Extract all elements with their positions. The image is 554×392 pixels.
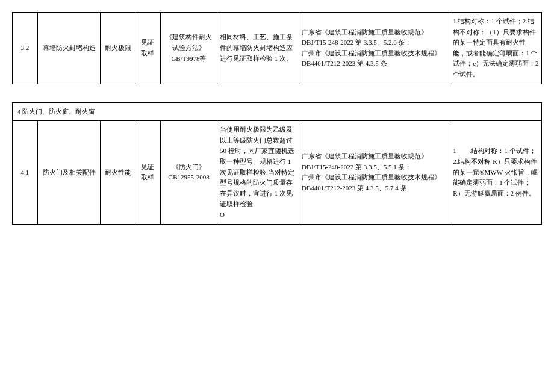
section-header-row: 4 防火门、防火窗、耐火窗 xyxy=(13,102,542,121)
cell-property: 耐火性能 xyxy=(101,121,135,224)
cell-note: 1 .结构对称：1 个试件； 2.结构不对称 R）只要求构件的某一窟®MWW 火… xyxy=(450,121,542,224)
cell-method: 见证取样 xyxy=(135,121,161,224)
cell-property: 耐火极限 xyxy=(101,13,135,84)
cell-standard: 《防火门》GB12955-2008 xyxy=(160,121,217,224)
table-row: 3.2 幕墙防火封堵构造 耐火极限 见证取样 《建筑构件耐火试验方法》GB/T9… xyxy=(13,13,542,84)
cell-method: 见证取样 xyxy=(135,13,161,84)
cell-note: 1.结构对称：1 个试件；2.结构不对称：（1）只要求构件的某一特定面具有耐火性… xyxy=(450,13,542,84)
specification-table-2: 4 防火门、防火窗、耐火窗 4.1 防火门及相关配件 耐火性能 见证取样 《防火… xyxy=(12,102,542,225)
cell-sampling-req: 当使用耐火极限为乙级及以上等级防火门总数超过50 樘时，同厂家宜随机选取一种型号… xyxy=(217,121,299,224)
table-row: 4.1 防火门及相关配件 耐火性能 见证取样 《防火门》GB12955-2008… xyxy=(13,121,542,224)
cell-basis: 广东省《建筑工程消防施工质量验收规范》DBJ/T15-248-2022 第 3.… xyxy=(299,13,450,84)
specification-table-1: 3.2 幕墙防火封堵构造 耐火极限 见证取样 《建筑构件耐火试验方法》GB/T9… xyxy=(12,12,542,84)
cell-sampling-req: 相同材料、工艺、施工条件的幕墙防火封堵构造应进行见证取样检验 1 次。 xyxy=(217,13,299,84)
cell-item-name: 防火门及相关配件 xyxy=(37,121,101,224)
section-title: 4 防火门、防火窗、耐火窗 xyxy=(13,102,542,121)
cell-item-name: 幕墙防火封堵构造 xyxy=(37,13,101,84)
cell-number: 4.1 xyxy=(13,121,38,224)
cell-basis: 广东省《建筑工程消防施工质量验收规范》DBJ/T15-248-2022 第 3.… xyxy=(299,121,450,224)
cell-standard: 《建筑构件耐火试验方法》GB/T9978等 xyxy=(160,13,217,84)
cell-number: 3.2 xyxy=(13,13,38,84)
